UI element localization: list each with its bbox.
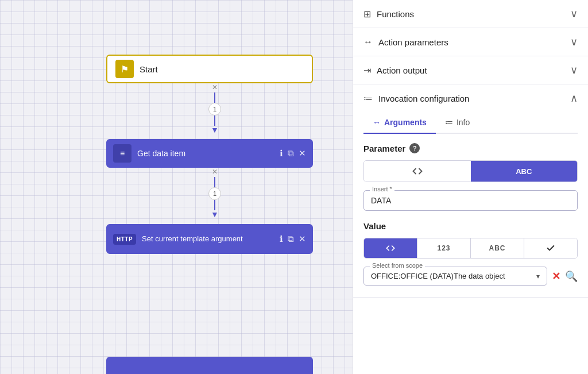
http-node-actions: ℹ ⧉ ✕ [280,234,306,244]
action-output-header[interactable]: ⇥ Action output ∨ [353,56,588,84]
connector-x-2: ✕ [212,168,218,176]
action-params-label: Action parameters [378,37,448,47]
param-abc-btn[interactable]: ABC [471,161,578,182]
tab-arguments-label: Arguments [384,118,427,127]
scope-select[interactable]: OFFICE:OFFICE (DATA)The data object [371,272,532,280]
connector-arrow-1: ▼ [211,126,219,134]
node-partial-bottom [106,357,313,374]
http-node-label: Set current template argument [142,234,274,244]
parameter-type-toggle: ABC [363,160,578,182]
functions-header[interactable]: ⊞ Functions ∨ [353,0,588,28]
action-output-label: Action output [377,65,427,75]
action-output-chevron: ∨ [570,64,578,76]
connector-badge-1: 1 [208,103,221,115]
right-panel: ⊞ Functions ∨ ↔ Action parameters ∨ ⇥ Ac… [353,0,588,374]
value-abc-btn[interactable]: ABC [471,238,524,258]
get-data-close-btn[interactable]: ✕ [299,148,306,159]
tab-info[interactable]: ≔ Info [436,112,479,133]
tab-info-label: Info [457,118,470,127]
connector-1: ✕ 1 ▼ [208,83,221,134]
parameter-help-icon[interactable]: ? [409,143,420,153]
invocation-chevron: ∧ [570,92,578,105]
action-params-header[interactable]: ↔ Action parameters ∨ [353,28,588,56]
functions-header-left: ⊞ Functions [363,9,414,20]
node-start[interactable]: ⚑ Start [106,55,313,83]
connector-x-1: ✕ [212,83,218,91]
http-close-btn[interactable]: ✕ [299,234,306,244]
accordion-functions: ⊞ Functions ∨ [353,0,588,28]
node-get-data[interactable]: ≡ Get data item ℹ ⧉ ✕ [106,139,313,168]
connector-badge-2: 1 [208,187,221,200]
get-data-label: Get data item [137,149,274,158]
scope-chevron-icon: ▾ [536,272,540,280]
get-data-copy-btn[interactable]: ⧉ [288,148,294,159]
insert-field-label: Insert * [370,186,394,192]
connector-arrow-2: ▼ [211,210,219,218]
get-data-icon: ≡ [113,144,131,163]
tab-arguments[interactable]: ↔ Arguments [363,112,436,134]
action-output-icon: ⇥ [363,65,371,76]
node-http[interactable]: HTTP Set current template argument ℹ ⧉ ✕ [106,224,313,254]
connector-2: ✕ 1 ▼ [208,168,221,218]
accordion-action-output: ⇥ Action output ∨ [353,56,588,84]
scope-wrapper: Select from scope OFFICE:OFFICE (DATA)Th… [363,267,547,286]
invocation-header-left: ≔ Invocation configuration [363,93,469,104]
get-data-info-btn[interactable]: ℹ [280,148,283,159]
http-badge: HTTP [113,234,136,245]
start-flag-icon: ⚑ [115,60,134,78]
get-data-actions: ℹ ⧉ ✕ [280,148,306,159]
insert-field-value[interactable]: DATA [371,196,391,205]
tab-row: ↔ Arguments ≔ Info [363,112,578,134]
connector-line-1a [214,92,215,103]
action-output-header-left: ⇥ Action output [363,65,427,76]
functions-icon: ⊞ [363,9,371,20]
functions-chevron: ∨ [570,7,578,20]
value-num-btn[interactable]: 123 [417,238,471,258]
tab-arguments-icon: ↔ [373,118,381,127]
scope-field-label: Select from scope [370,262,425,269]
accordion-invocation: ≔ Invocation configuration ∧ ↔ Arguments… [353,84,588,298]
invocation-icon: ≔ [363,93,373,104]
value-code-btn[interactable] [364,238,417,258]
connector-line-1b [214,115,215,126]
invocation-header[interactable]: ≔ Invocation configuration ∧ [353,84,588,112]
scope-search-btn[interactable]: 🔍 [565,270,578,283]
action-params-header-left: ↔ Action parameters [363,37,448,47]
value-check-btn[interactable] [524,238,577,258]
parameter-label-text: Parameter [363,144,405,153]
action-params-icon: ↔ [363,37,373,47]
canvas-area: ⚑ Start ✕ 1 ▼ ≡ Get data item ℹ ⧉ ✕ ✕ 1 … [0,0,353,374]
invocation-body: ↔ Arguments ≔ Info Parameter ? [353,112,588,297]
accordion-action-params: ↔ Action parameters ∨ [353,28,588,56]
http-info-btn[interactable]: ℹ [280,234,283,244]
tab-info-icon: ≔ [445,118,453,127]
value-type-toggle: 123 ABC [363,238,578,259]
start-node-label: Start [140,64,158,74]
insert-field: Insert * DATA [363,190,578,211]
action-params-chevron: ∨ [570,36,578,48]
scope-clear-btn[interactable]: ✕ [552,270,560,283]
param-code-btn[interactable] [364,161,471,182]
functions-label: Functions [377,9,414,19]
connector-line-2a [214,177,215,187]
http-copy-btn[interactable]: ⧉ [288,234,294,244]
parameter-heading: Parameter ? [363,143,578,153]
scope-row: Select from scope OFFICE:OFFICE (DATA)Th… [363,267,578,286]
value-heading: Value [363,221,578,231]
connector-line-2b [214,200,215,210]
invocation-label: Invocation configuration [378,94,469,103]
